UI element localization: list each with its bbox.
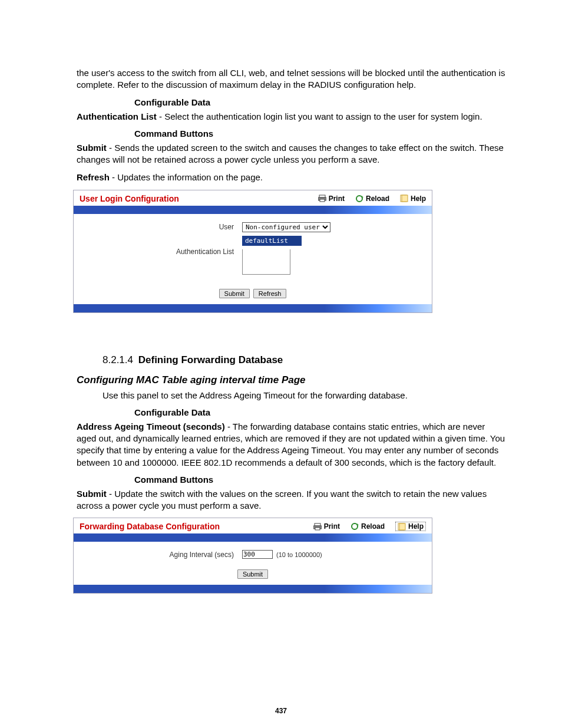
panel2-footer-strip xyxy=(74,585,432,593)
auth-listbox[interactable]: defaultList xyxy=(242,236,302,246)
panel2-separator xyxy=(74,533,432,542)
panel-title: User Login Configuration xyxy=(80,194,308,203)
panel-separator xyxy=(74,206,432,214)
command-buttons-heading: Command Buttons xyxy=(134,129,505,139)
auth-field-label: Authentication List xyxy=(80,236,242,256)
intro-paragraph: the user's access to the switch from all… xyxy=(77,67,505,91)
help-button[interactable]: Help xyxy=(400,195,426,203)
reload-icon xyxy=(355,195,363,203)
submit2-description: Submit - Update the switch with the valu… xyxy=(77,488,505,512)
address-ageing-bold: Address Ageing Timeout (seconds) xyxy=(77,421,225,431)
submit-description: Submit - Sends the updated screen to the… xyxy=(77,142,505,166)
help-icon xyxy=(398,523,406,531)
reload-label-2: Reload xyxy=(361,522,385,531)
help-label: Help xyxy=(411,195,426,203)
submit2-desc-text: - Update the switch with the values on t… xyxy=(77,489,487,510)
svg-rect-0 xyxy=(319,195,325,197)
section-title: Defining Forwarding Database xyxy=(138,354,283,365)
print-button-2[interactable]: Print xyxy=(313,522,340,531)
address-ageing-description: Address Ageing Timeout (seconds) - The f… xyxy=(77,421,505,469)
reload-icon xyxy=(351,522,359,531)
user-login-config-panel: User Login Configuration Print Reload xyxy=(73,190,432,313)
svg-point-3 xyxy=(356,196,362,202)
svg-marker-4 xyxy=(362,196,363,197)
submit2-bold: Submit xyxy=(77,489,107,499)
svg-rect-2 xyxy=(320,199,325,202)
auth-list-desc: - Select the authentication login list y… xyxy=(157,111,482,121)
user-field-label: User xyxy=(80,223,242,231)
submit-button-2[interactable]: Submit xyxy=(237,569,268,579)
panel-footer-strip xyxy=(74,304,432,312)
refresh-desc-text: - Updates the information on the page. xyxy=(110,172,263,182)
command-buttons-heading-2: Command Buttons xyxy=(134,475,505,485)
refresh-description: Refresh - Updates the information on the… xyxy=(77,172,505,183)
user-select[interactable]: Non-configured user xyxy=(242,222,330,232)
help-label-2: Help xyxy=(408,522,424,531)
aging-interval-input[interactable] xyxy=(242,550,273,559)
submit-desc-text: - Sends the updated screen to the switch… xyxy=(77,143,504,164)
svg-rect-6 xyxy=(402,195,408,202)
printer-icon xyxy=(318,195,326,202)
auth-list-bold: Authentication List xyxy=(77,111,157,121)
reload-label: Reload xyxy=(366,195,389,203)
reload-button-2[interactable]: Reload xyxy=(351,522,385,531)
panel2-body: Aging Interval (secs) (10 to 1000000) Su… xyxy=(74,542,432,585)
panel-header: User Login Configuration Print Reload xyxy=(74,190,432,206)
aging-interval-range: (10 to 1000000) xyxy=(276,551,322,558)
configurable-data-heading: Configurable Data xyxy=(134,97,505,107)
panel-body: User Non-configured user Authentication … xyxy=(74,214,432,304)
submit-button[interactable]: Submit xyxy=(219,289,250,298)
section-number: 8.2.1.4 xyxy=(103,354,133,365)
svg-rect-13 xyxy=(399,523,405,530)
svg-rect-7 xyxy=(315,523,320,526)
page-number: 437 xyxy=(0,707,562,715)
help-icon xyxy=(400,195,408,202)
printer-icon xyxy=(313,523,322,531)
forwarding-db-config-panel: Forwarding Database Configuration Print … xyxy=(73,518,432,594)
print-label-2: Print xyxy=(324,522,340,531)
refresh-button[interactable]: Refresh xyxy=(253,289,287,298)
svg-point-10 xyxy=(352,523,358,529)
configurable-data-heading-2: Configurable Data xyxy=(134,407,505,417)
print-label: Print xyxy=(329,195,345,203)
submit-bold: Submit xyxy=(77,143,107,153)
panel2-header: Forwarding Database Configuration Print … xyxy=(74,518,432,533)
subsection-intro: Use this panel to set the Address Ageing… xyxy=(103,390,505,401)
svg-marker-11 xyxy=(357,523,359,525)
svg-rect-9 xyxy=(315,528,320,530)
section-heading: 8.2.1.4 Defining Forwarding Database xyxy=(103,354,505,366)
print-button[interactable]: Print xyxy=(318,195,345,203)
aging-interval-label: Aging Interval (secs) xyxy=(80,551,242,559)
panel2-title: Forwarding Database Configuration xyxy=(80,522,303,531)
help-button-2[interactable]: Help xyxy=(395,522,426,531)
reload-button[interactable]: Reload xyxy=(355,195,389,203)
subsection-heading: Configuring MAC Table aging interval tim… xyxy=(77,374,505,386)
refresh-bold: Refresh xyxy=(77,172,110,182)
authentication-list-description: Authentication List - Select the authent… xyxy=(77,111,505,123)
